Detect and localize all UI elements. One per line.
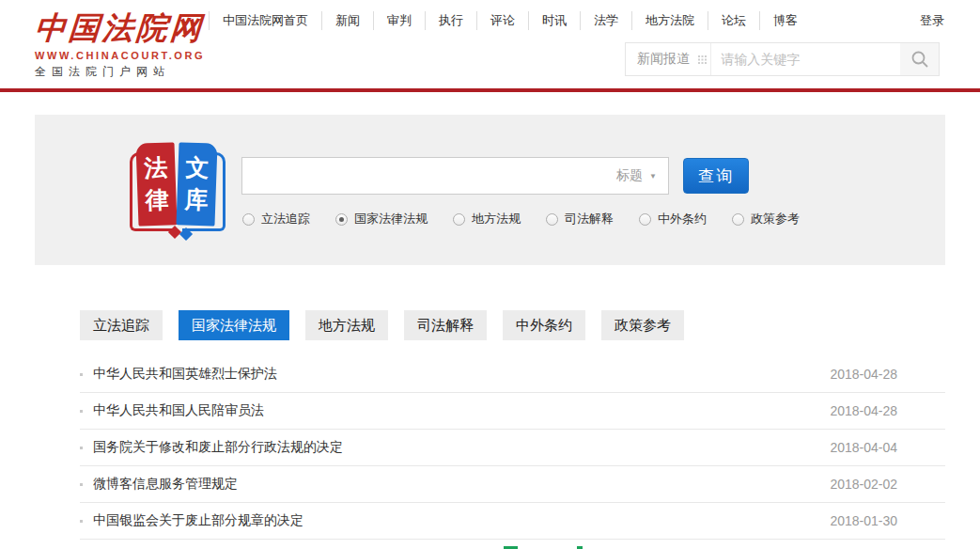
- top-nav-item[interactable]: 中国法院网首页: [209, 11, 321, 30]
- bullet-icon: [80, 483, 83, 486]
- document-date: 2018-01-30: [830, 513, 945, 528]
- header: 中国法院网 WWW.CHINACOURT.ORG 全国法院门户网站 中国法院网首…: [0, 0, 980, 88]
- book-page-right: 文 库: [176, 142, 217, 226]
- category-radio[interactable]: 立法追踪: [242, 211, 310, 227]
- document-date: 2018-04-28: [830, 403, 945, 418]
- top-nav-item[interactable]: 论坛: [708, 11, 759, 30]
- document-date: 2018-04-28: [830, 367, 945, 382]
- library-search-input[interactable]: [242, 158, 668, 194]
- category-radio[interactable]: 政策参考: [732, 211, 800, 227]
- grid-dots-icon: [698, 55, 707, 64]
- top-nav-item[interactable]: 博客: [759, 11, 811, 30]
- radio-circle-icon: [335, 213, 348, 226]
- document-row[interactable]: 中华人民共和国英雄烈士保护法 2018-04-28: [80, 356, 945, 393]
- document-title: 中华人民共和国英雄烈士保护法: [93, 366, 830, 383]
- bullet-icon: [80, 520, 83, 523]
- category-radio[interactable]: 中外条约: [639, 211, 707, 227]
- book-char: 文: [185, 152, 210, 185]
- radio-label: 国家法律法规: [354, 211, 428, 227]
- top-nav: 中国法院网首页 新闻 审判 执行 评论 时讯 法学 地方法院 论坛 博客: [209, 11, 811, 30]
- category-tab[interactable]: 中外条约: [503, 310, 585, 340]
- chevron-down-icon: ▼: [649, 172, 657, 180]
- brand-red-divider: [0, 88, 980, 92]
- book-char: 法: [144, 152, 168, 185]
- radio-circle-icon: [732, 213, 744, 226]
- radio-circle-icon: [546, 213, 558, 226]
- bullet-icon: [80, 447, 83, 449]
- top-nav-item[interactable]: 时讯: [528, 11, 580, 30]
- book-page-left: 法 律: [135, 142, 177, 226]
- site-logo[interactable]: 中国法院网 WWW.CHINACOURT.ORG 全国法院门户网站: [35, 8, 205, 80]
- search-category-dropdown[interactable]: 新闻报道: [626, 43, 711, 75]
- category-radio-group: 立法追踪 国家法律法规 地方法规 司法解释 中外条约: [242, 211, 825, 227]
- query-button[interactable]: 查询: [683, 158, 749, 194]
- bullet-icon: [80, 373, 83, 376]
- law-library-book-logo: 法 律 文 库: [129, 141, 226, 239]
- document-row[interactable]: 国务院关于修改和废止部分行政法规的决定 2018-04-04: [80, 430, 945, 466]
- book-char: 库: [184, 184, 209, 217]
- document-row[interactable]: 中华人民共和国人民陪审员法 2018-04-28: [80, 393, 945, 430]
- category-tab[interactable]: 司法解释: [404, 310, 487, 340]
- radio-label: 司法解释: [565, 211, 614, 227]
- document-date: 2018-02-02: [830, 477, 945, 492]
- top-nav-item[interactable]: 评论: [476, 11, 528, 30]
- site-search-bar: 新闻报道: [625, 42, 940, 76]
- category-tabs: 立法追踪 国家法律法规 地方法规 司法解释 中外条约 政策参考: [80, 310, 980, 340]
- document-row[interactable]: 中国银监会关于废止部分规章的决定 2018-01-30: [80, 503, 945, 540]
- site-logo-url: WWW.CHINACOURT.ORG: [35, 50, 205, 61]
- top-nav-item[interactable]: 地方法院: [631, 11, 708, 30]
- top-nav-item[interactable]: 执行: [425, 11, 476, 30]
- top-nav-item[interactable]: 审判: [373, 11, 425, 30]
- radio-label: 政策参考: [751, 211, 800, 227]
- top-nav-item[interactable]: 法学: [580, 11, 631, 30]
- radio-circle-icon: [453, 213, 465, 226]
- radio-circle-icon: [242, 213, 255, 226]
- document-title: 微博客信息服务管理规定: [93, 476, 830, 493]
- category-radio[interactable]: 地方法规: [453, 211, 521, 227]
- document-title: 中华人民共和国人民陪审员法: [93, 402, 830, 419]
- search-category-label: 新闻报道: [637, 51, 690, 68]
- document-row[interactable]: 微博客信息服务管理规定 2018-02-02: [80, 466, 945, 503]
- category-radio[interactable]: 国家法律法规: [335, 211, 428, 227]
- top-nav-item[interactable]: 新闻: [321, 11, 373, 30]
- search-field-selector-value: 标题: [616, 167, 643, 184]
- radio-circle-icon: [639, 213, 651, 226]
- library-search-field: 标题 ▼: [241, 157, 669, 195]
- radio-label: 立法追踪: [261, 211, 310, 227]
- bullet-icon: [80, 410, 83, 413]
- law-library-panel: 法 律 文 库 标题 ▼ 查询 立法追踪 国家法律法规: [35, 115, 945, 265]
- book-char: 律: [145, 184, 169, 217]
- category-radio[interactable]: 司法解释: [546, 211, 614, 227]
- login-link[interactable]: 登录: [920, 12, 944, 29]
- site-logo-subtitle: 全国法院门户网站: [35, 64, 205, 80]
- category-tab[interactable]: 立法追踪: [80, 310, 163, 340]
- document-title: 国务院关于修改和废止部分行政法规的决定: [93, 439, 830, 456]
- search-field-selector[interactable]: 标题 ▼: [605, 158, 668, 194]
- document-title: 中国银监会关于废止部分规章的决定: [93, 512, 830, 529]
- site-search-button[interactable]: [900, 43, 939, 75]
- site-search-input[interactable]: [711, 43, 900, 75]
- category-tab[interactable]: 政策参考: [601, 310, 684, 340]
- document-date: 2018-04-04: [830, 440, 945, 455]
- document-list: 中华人民共和国英雄烈士保护法 2018-04-28 中华人民共和国人民陪审员法 …: [80, 356, 945, 540]
- site-logo-calligraphy: 中国法院网: [33, 8, 206, 49]
- category-tab[interactable]: 地方法规: [305, 310, 388, 340]
- magnifier-icon: [910, 50, 929, 69]
- radio-label: 地方法规: [472, 211, 521, 227]
- category-tab[interactable]: 国家法律法规: [179, 310, 289, 340]
- radio-label: 中外条约: [658, 211, 707, 227]
